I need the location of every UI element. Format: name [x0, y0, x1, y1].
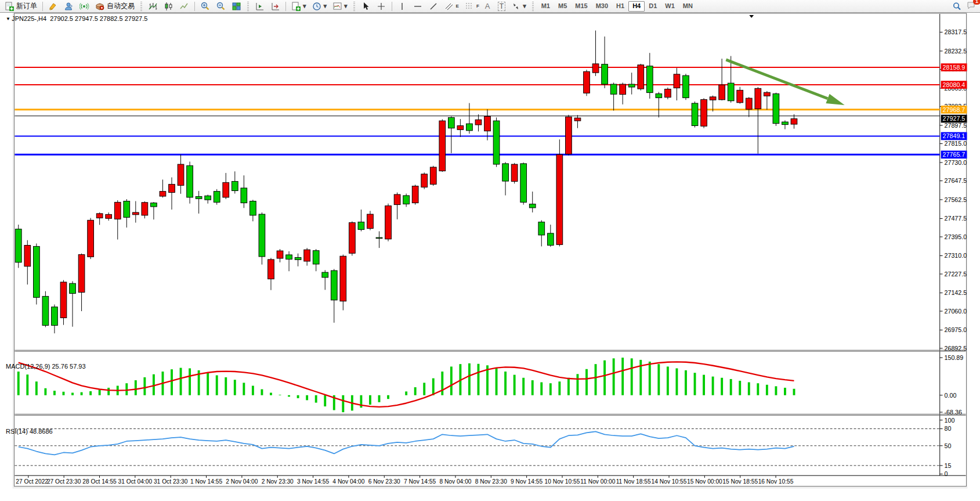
equidistant-channel-icon [444, 2, 454, 11]
price-badge-27765.7: 27765.7 [941, 150, 967, 158]
svg-text:10 Nov 10:55: 10 Nov 10:55 [545, 478, 580, 485]
candle [566, 117, 572, 154]
candle [692, 103, 698, 126]
candle [358, 222, 364, 229]
chart-forward-button[interactable] [252, 1, 267, 12]
fibo-letter: F [476, 3, 479, 9]
bar-chart-type-button[interactable] [146, 1, 160, 12]
new-chart-button[interactable]: ▾ [289, 1, 309, 12]
candle [277, 251, 283, 258]
price-chart[interactable]: 28317.528232.528150.028065.027982.527897… [0, 13, 980, 501]
fibo-tool-button[interactable]: F [462, 1, 482, 12]
svg-text:0.00: 0.00 [945, 392, 957, 399]
timeframe-m30[interactable]: M30 [592, 1, 612, 12]
auto-trading-button[interactable]: 自动交易 [93, 1, 137, 12]
candle [106, 214, 112, 218]
zoom-out-icon [216, 2, 226, 11]
svg-text:11 Nov 18:55: 11 Nov 18:55 [616, 478, 651, 485]
svg-text:50: 50 [945, 442, 952, 449]
candle [782, 122, 789, 125]
candle-chart-type-button[interactable] [161, 1, 176, 12]
tile-windows-icon [232, 2, 241, 11]
svg-text:27730.0: 27730.0 [945, 159, 967, 166]
textlabel-tool-button[interactable]: T [496, 1, 508, 12]
svg-text:150.89: 150.89 [945, 354, 964, 361]
candle [42, 296, 49, 325]
toolbar-right: 1 [952, 0, 977, 13]
tile-windows-button[interactable] [229, 1, 244, 12]
zoom-in-icon [200, 2, 210, 11]
period-button[interactable]: ▾ [310, 1, 330, 12]
line-chart-type-button[interactable] [177, 1, 191, 12]
svg-text:27060.0: 27060.0 [945, 308, 967, 315]
price-badge-27849.1: 27849.1 [941, 132, 967, 140]
candle [710, 97, 716, 100]
channel-tool-button[interactable]: E [442, 1, 461, 12]
new-order-button[interactable]: 新订单 [2, 1, 39, 12]
timeframe-w1[interactable]: W1 [661, 1, 679, 12]
candle [259, 214, 265, 257]
trendline-tool-button[interactable] [426, 1, 441, 12]
highlighter-button[interactable] [46, 1, 60, 12]
candle [205, 196, 211, 200]
signal-button[interactable] [77, 1, 92, 12]
candle [114, 202, 121, 219]
hline-tool-button[interactable] [411, 1, 425, 12]
toolbar-grip [139, 2, 143, 11]
notification-badge: 1 [973, 0, 980, 5]
svg-text:14 Nov 10:55: 14 Nov 10:55 [652, 478, 687, 485]
svg-text:27968.7: 27968.7 [943, 106, 965, 113]
vline-tool-button[interactable] [395, 1, 410, 12]
timeframe-h4[interactable]: H4 [628, 1, 645, 12]
candle [547, 233, 554, 246]
candle [78, 255, 85, 293]
candle [656, 93, 662, 98]
timeframe-m15[interactable]: M15 [571, 1, 591, 12]
svg-text:28158.9: 28158.9 [943, 64, 965, 71]
timeframe-m1[interactable]: M1 [537, 1, 554, 12]
zoom-out-button[interactable] [214, 1, 228, 12]
candle [448, 117, 454, 128]
candle [132, 212, 139, 215]
arrows-tool-button[interactable]: ▾ [509, 1, 529, 12]
price-badge-28080.4: 28080.4 [941, 81, 967, 89]
chart-window[interactable]: 28317.528232.528150.028065.027982.527897… [0, 13, 980, 501]
indicators-button[interactable]: ▾ [330, 1, 350, 12]
svg-text:-68.36: -68.36 [945, 409, 962, 416]
timeframe-mn[interactable]: MN [679, 1, 697, 12]
svg-text:28317.5: 28317.5 [945, 28, 967, 35]
svg-text:26975.0: 26975.0 [945, 326, 967, 333]
timeframe-d1[interactable]: D1 [645, 1, 661, 12]
timeframe-h1[interactable]: H1 [612, 1, 628, 12]
svg-text:7 Nov 14:55: 7 Nov 14:55 [404, 478, 436, 485]
text-tool-button[interactable]: A [483, 1, 494, 12]
toolbar-grip [531, 2, 535, 11]
support-button[interactable] [62, 1, 76, 12]
candle [96, 214, 103, 218]
collapse-triangle-icon: ▼ [6, 16, 12, 21]
support-person-icon [64, 2, 74, 11]
candle [493, 121, 500, 164]
svg-text:1 Nov 14:55: 1 Nov 14:55 [190, 478, 222, 485]
candle [556, 154, 563, 244]
svg-text:15 Nov 18:55: 15 Nov 18:55 [722, 478, 758, 485]
crosshair-tool-button[interactable] [374, 1, 389, 12]
auto-trading-icon [95, 2, 105, 11]
candle [88, 220, 94, 257]
svg-text:27395.0: 27395.0 [945, 233, 967, 240]
notifications-button[interactable]: 1 [967, 1, 977, 12]
timeframe-m5[interactable]: M5 [554, 1, 571, 12]
zoom-in-button[interactable] [198, 1, 212, 12]
search-icon[interactable] [952, 2, 962, 11]
candle [232, 181, 238, 190]
svg-text:27562.5: 27562.5 [945, 196, 967, 203]
toolbar-grip [352, 2, 356, 11]
candle [60, 282, 67, 318]
candle [187, 165, 193, 197]
chart-shift-button[interactable] [268, 1, 283, 12]
candle [467, 124, 473, 131]
svg-text:4 Nov 04:00: 4 Nov 04:00 [332, 478, 364, 485]
svg-text:27227.5: 27227.5 [945, 271, 967, 277]
dropdown-arrow-icon: ▾ [324, 2, 327, 10]
cursor-tool-button[interactable] [359, 1, 373, 12]
